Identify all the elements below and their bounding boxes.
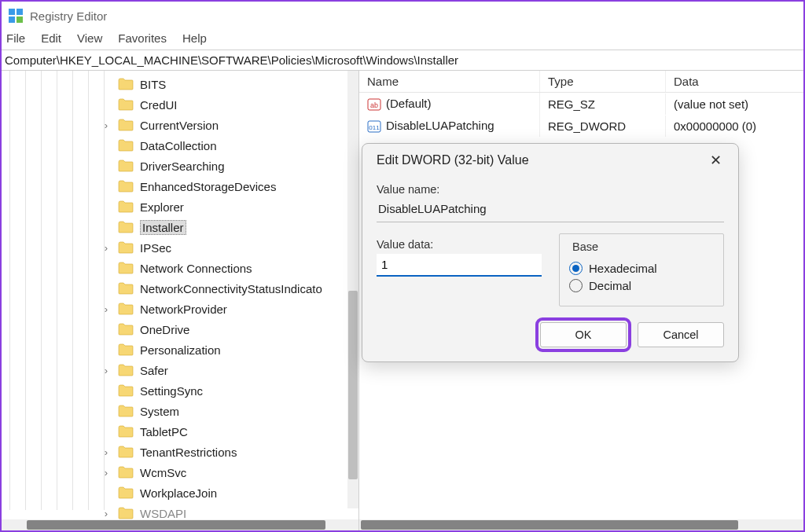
column-name[interactable]: Name [359,71,540,92]
tree-vertical-scrollbar[interactable] [347,71,358,508]
menu-help[interactable]: Help [182,31,207,45]
tree-item[interactable]: WorkplaceJoin [2,482,358,503]
cancel-button[interactable]: Cancel [638,322,724,347]
tree-item-label: WSDAPI [140,507,186,520]
radio-decimal[interactable]: Decimal [569,279,714,292]
chevron-right-icon[interactable]: › [101,508,112,519]
tree-item-label: Safer [140,364,168,377]
chevron-right-icon[interactable]: › [101,365,112,376]
radio-hexadecimal[interactable]: Hexadecimal [569,262,714,275]
tree-item[interactable]: ›TenantRestrictions [2,442,358,462]
folder-icon [118,507,134,519]
tree-item-label: CurrentVersion [140,119,219,132]
folder-icon [118,323,134,336]
menu-favorites[interactable]: Favorites [118,31,167,45]
radio-icon [569,279,583,292]
tree-item[interactable]: NetworkConnectivityStatusIndicato [2,278,358,299]
folder-icon [118,139,134,152]
radio-label: Hexadecimal [589,262,657,275]
tree-item-label: NetworkConnectivityStatusIndicato [140,282,322,295]
tree-item[interactable]: Personalization [2,339,358,360]
svg-text:ab: ab [370,101,378,109]
menu-file[interactable]: File [6,31,25,45]
tree-item[interactable]: Explorer [2,196,358,217]
ok-button[interactable]: OK [540,322,627,347]
tree-item-label: IPSec [140,241,171,255]
tree-item[interactable]: ›NetworkProvider [2,299,358,319]
tree-item-label: NetworkProvider [140,303,227,316]
menu-view[interactable]: View [77,31,102,45]
folder-icon [118,364,134,376]
close-icon[interactable]: ✕ [704,152,727,169]
tree-item[interactable]: ›IPSec [2,237,358,258]
svg-text:011: 011 [369,124,380,131]
binary-value-icon: 011 [367,120,381,133]
folder-icon [118,200,134,213]
tree-item[interactable]: ›WSDAPI [2,503,358,519]
svg-rect-2 [9,17,15,23]
tree-item[interactable]: SettingSync [2,380,358,401]
tree-horizontal-scrollbar[interactable] [2,519,358,530]
tree-item[interactable]: TabletPC [2,421,358,442]
value-name: (Default) [386,97,432,110]
tree-item[interactable]: Network Connections [2,258,358,278]
tree-item[interactable]: ›CurrentVersion [2,115,358,135]
value-header: Name Type Data [359,71,803,93]
tree-item-label: TabletPC [140,425,188,438]
value-type: REG_SZ [540,94,666,115]
registry-tree[interactable]: BITSCredUI›CurrentVersionDataCollectionD… [2,71,358,519]
value-row[interactable]: 011DisableLUAPatchingREG_DWORD0x00000000… [359,115,803,137]
tree-item[interactable]: ›WcmSvc [2,462,358,482]
base-fieldset: Base Hexadecimal Decimal [559,233,724,306]
tree-item-label: OneDrive [140,323,189,336]
radio-label: Decimal [589,279,631,292]
edit-dword-dialog: Edit DWORD (32-bit) Value ✕ Value name: … [362,143,739,362]
svg-rect-0 [9,9,15,15]
tree-item[interactable]: DataCollection [2,135,358,156]
column-data[interactable]: Data [666,71,803,92]
folder-icon [118,180,134,193]
tree-item[interactable]: Installer [2,217,358,237]
tree-item[interactable]: System [2,401,358,421]
tree-item-label: Explorer [140,200,184,214]
tree-item-label: WcmSvc [140,466,186,479]
address-bar[interactable]: Computer\HKEY_LOCAL_MACHINE\SOFTWARE\Pol… [2,50,803,71]
chevron-right-icon[interactable]: › [101,446,112,458]
folder-icon [118,78,134,90]
folder-icon [118,405,134,417]
scrollbar-thumb[interactable] [361,520,738,530]
folder-icon [118,221,134,233]
menubar: File Edit View Favorites Help [2,30,803,50]
value-type: REG_DWORD [540,116,666,137]
tree-item-label: TenantRestrictions [140,446,237,459]
menu-edit[interactable]: Edit [41,31,61,45]
scrollbar-thumb[interactable] [27,520,325,530]
chevron-right-icon[interactable]: › [101,119,112,131]
chevron-right-icon[interactable]: › [101,242,112,254]
folder-icon [118,466,134,479]
tree-item[interactable]: BITS [2,74,358,94]
folder-icon [118,384,134,397]
folder-icon [118,486,134,499]
tree-panel: BITSCredUI›CurrentVersionDataCollectionD… [2,71,359,530]
scrollbar-thumb[interactable] [348,291,358,479]
chevron-right-icon[interactable]: › [101,303,112,315]
tree-item-label: Personalization [140,343,221,357]
tree-item-label: Installer [140,220,186,235]
tree-item[interactable]: EnhancedStorageDevices [2,176,358,196]
column-type[interactable]: Type [540,71,666,92]
tree-item[interactable]: DriverSearching [2,156,358,176]
value-row[interactable]: ab(Default)REG_SZ(value not set) [359,93,803,115]
tree-item[interactable]: ›Safer [2,360,358,380]
titlebar: Registry Editor [2,2,803,30]
tree-item[interactable]: OneDrive [2,319,358,339]
chevron-right-icon[interactable]: › [101,467,112,479]
tree-item-label: CredUI [140,98,178,112]
value-horizontal-scrollbar[interactable] [359,519,803,530]
tree-item[interactable]: CredUI [2,94,358,115]
value-data-input[interactable] [377,254,542,277]
svg-rect-1 [17,9,23,15]
base-legend: Base [569,240,601,253]
dialog-title: Edit DWORD (32-bit) Value [377,153,529,167]
folder-icon [118,262,134,274]
